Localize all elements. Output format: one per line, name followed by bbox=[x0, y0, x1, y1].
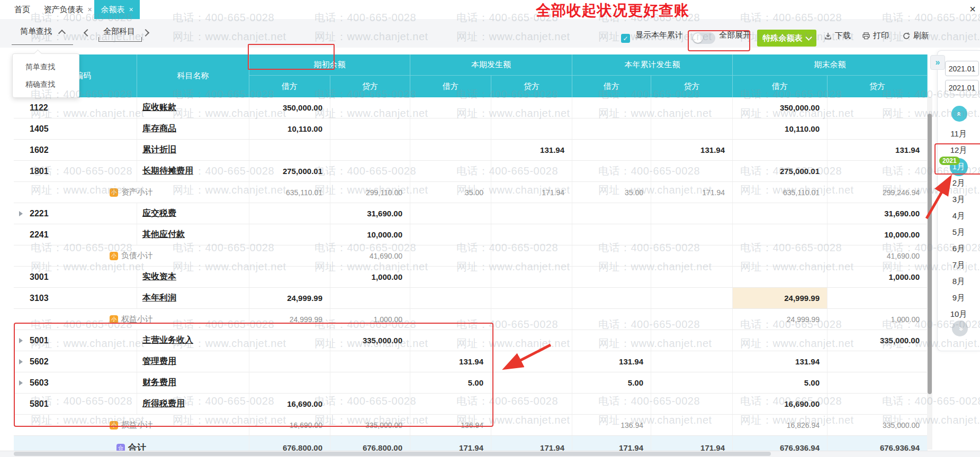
cell-value bbox=[491, 309, 572, 330]
col-sub-debit: 借方 bbox=[572, 76, 651, 97]
account-code: 1122 bbox=[30, 103, 48, 113]
account-name-link[interactable]: 应收账款 bbox=[142, 102, 176, 113]
cell-value bbox=[410, 267, 491, 287]
cell-value bbox=[651, 372, 733, 393]
table-row: 3103本年利润24,999.9924,999.99 bbox=[14, 288, 928, 309]
cell-value bbox=[491, 288, 572, 308]
show-ytd-checkbox[interactable]: ✓ bbox=[621, 34, 630, 43]
search-mode-trigger[interactable]: 简单查找 bbox=[20, 26, 52, 36]
cell-value bbox=[828, 161, 928, 181]
account-name-cell: 管理费用 bbox=[137, 351, 249, 372]
month-item-11月[interactable]: 11月 bbox=[937, 126, 980, 142]
account-name-link[interactable]: 其他应付款 bbox=[142, 229, 185, 240]
month-item-9月[interactable]: 9月 bbox=[937, 290, 980, 306]
subtotal-label-cell: 小损益小计 bbox=[14, 415, 249, 435]
expand-icon[interactable] bbox=[19, 211, 23, 216]
cell-value bbox=[249, 224, 330, 245]
account-name-link[interactable]: 主营业务收入 bbox=[142, 335, 193, 346]
cell-value bbox=[491, 372, 572, 393]
account-name-link[interactable]: 长期待摊费用 bbox=[142, 166, 193, 177]
col-group-closing: 期末余额 bbox=[733, 54, 928, 76]
col-sub-credit: 贷方 bbox=[491, 76, 572, 97]
subject-scope-button[interactable]: 全部科目 bbox=[103, 26, 135, 36]
print-button[interactable]: 打印 bbox=[862, 31, 889, 41]
cell-value bbox=[733, 203, 828, 224]
subtotal-icon: 小 bbox=[110, 421, 118, 429]
month-item-7月[interactable]: 7月 bbox=[937, 257, 980, 273]
special-balance-button[interactable]: 特殊余额表 bbox=[757, 30, 816, 47]
month-label: 2月 bbox=[952, 178, 965, 188]
table-row: 1602累计折旧131.94131.94131.94 bbox=[14, 140, 928, 161]
dropdown-item-simple[interactable]: 简单查找 bbox=[13, 58, 79, 76]
account-name-cell: 应收账款 bbox=[137, 97, 249, 118]
table-row: 3001实收资本1,000.001,000.00 bbox=[14, 267, 928, 288]
account-name-cell: 所得税费用 bbox=[137, 394, 249, 414]
cell-value bbox=[330, 161, 410, 181]
month-item-2月[interactable]: 2月 bbox=[937, 175, 980, 191]
subtotal-icon: 小 bbox=[110, 188, 118, 197]
account-name-link[interactable]: 实收资本 bbox=[142, 271, 176, 282]
account-name-link[interactable]: 应交税费 bbox=[142, 208, 176, 219]
month-item-5月[interactable]: 5月 bbox=[937, 224, 980, 241]
expand-all-toggle[interactable] bbox=[692, 32, 715, 44]
month-label: 10月 bbox=[950, 309, 967, 319]
vertical-scrollbar-thumb[interactable] bbox=[928, 114, 932, 394]
cell-value bbox=[651, 203, 733, 224]
cell-value: 16,690.00 bbox=[733, 394, 828, 414]
account-name-link[interactable]: 管理费用 bbox=[142, 356, 176, 367]
cell-value bbox=[330, 97, 410, 118]
subtotal-label: 权益小计 bbox=[121, 314, 153, 324]
horizontal-scrollbar-thumb[interactable] bbox=[14, 452, 771, 456]
period-to-input[interactable]: 2021.01 bbox=[945, 80, 979, 95]
account-name-cell: 累计折旧 bbox=[137, 140, 249, 160]
cell-value bbox=[733, 267, 828, 287]
cell-value bbox=[330, 288, 410, 308]
cell-value: 131.94 bbox=[572, 351, 651, 372]
cell-value: 275,000.01 bbox=[733, 161, 828, 181]
account-name-link[interactable]: 库存商品 bbox=[142, 123, 176, 134]
col-sub-credit: 贷方 bbox=[651, 76, 733, 97]
subtotal-row: 小权益小计24,999.991,000.0024,999.991,000.00 bbox=[14, 309, 928, 330]
cell-value bbox=[491, 118, 572, 139]
panel-collapse-icon[interactable]: » bbox=[930, 55, 945, 70]
month-item-8月[interactable]: 8月 bbox=[937, 273, 980, 290]
cell-value bbox=[410, 161, 491, 181]
cell-value bbox=[572, 309, 651, 330]
account-name-link[interactable]: 累计折旧 bbox=[142, 144, 176, 156]
tab-close-icon[interactable]: × bbox=[87, 5, 92, 14]
account-name-link[interactable]: 财务费用 bbox=[142, 377, 176, 388]
window-close-icon[interactable]: × bbox=[966, 2, 979, 16]
cell-value bbox=[249, 330, 330, 351]
scroll-months-up-button[interactable]: « bbox=[951, 106, 967, 122]
expand-icon[interactable] bbox=[19, 338, 23, 343]
refresh-button[interactable]: 刷新 bbox=[902, 31, 929, 41]
month-label: 3月 bbox=[952, 195, 965, 205]
tab-close-icon[interactable]: × bbox=[129, 5, 133, 14]
subtotal-row: 小负债小计41,690.0041,690.00 bbox=[14, 245, 928, 267]
cell-value bbox=[491, 97, 572, 118]
expand-icon[interactable] bbox=[19, 380, 23, 386]
month-item-1月[interactable]: 1月2021 bbox=[937, 159, 980, 175]
scroll-months-down-button[interactable]: « bbox=[952, 321, 968, 336]
cell-value: 635,110.01 bbox=[249, 182, 330, 203]
account-code: 1405 bbox=[30, 124, 49, 134]
tab-balance-sheet[interactable]: 资产负债表 × bbox=[41, 0, 94, 19]
cell-value bbox=[572, 140, 651, 160]
special-balance-label: 特殊余额表 bbox=[763, 33, 803, 43]
month-item-3月[interactable]: 3月 bbox=[937, 191, 980, 208]
account-name-link[interactable]: 所得税费用 bbox=[142, 398, 185, 409]
cell-value bbox=[572, 97, 651, 118]
month-item-6月[interactable]: 6月 bbox=[937, 241, 980, 257]
cell-value: 335,000.00 bbox=[828, 415, 928, 435]
period-from-input[interactable]: 2021.01 bbox=[945, 61, 979, 76]
cell-value: 299,246.94 bbox=[828, 182, 928, 203]
month-item-4月[interactable]: 4月 bbox=[937, 208, 980, 224]
account-code: 1602 bbox=[30, 145, 49, 155]
tab-trial-balance[interactable]: 余额表 × bbox=[94, 0, 140, 19]
expand-icon[interactable] bbox=[19, 359, 23, 364]
account-name-link[interactable]: 本年利润 bbox=[142, 293, 176, 304]
download-button[interactable]: 下载 bbox=[824, 31, 851, 41]
cell-value bbox=[491, 161, 572, 181]
dropdown-item-exact[interactable]: 精确查找 bbox=[13, 76, 79, 93]
tab-home[interactable]: 首页 bbox=[7, 0, 37, 19]
